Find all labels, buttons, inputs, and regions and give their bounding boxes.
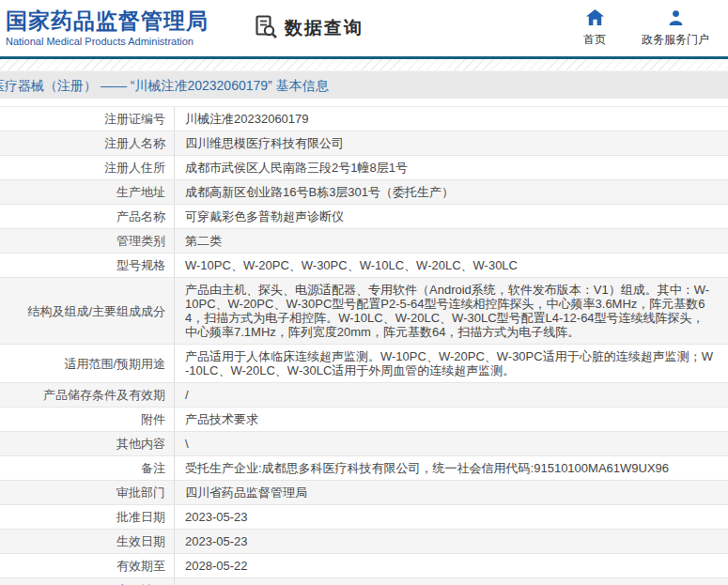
row-label-text: 审批部门 — [116, 485, 165, 500]
table-row: 注册证编号川械注准20232060179 — [0, 107, 728, 131]
row-label-text: 注册证编号 — [104, 112, 165, 126]
row-value: 川械注准20232060179 — [175, 107, 728, 131]
data-query-title: 数据查询 — [254, 14, 364, 43]
table-row: 变更情况 — [0, 578, 728, 585]
row-label: 其他内容 — [0, 432, 175, 455]
table-row: 型号规格W-10PC、W-20PC、W-30PC、W-10LC、W-20LC、W… — [0, 254, 728, 278]
site-header: 国家药品监督管理局 National Medical Products Admi… — [0, 0, 728, 56]
row-value: 2028-05-22 — [175, 554, 728, 577]
home-icon — [586, 9, 604, 29]
row-label: 管理类别 — [0, 229, 175, 253]
row-value: / — [175, 383, 728, 407]
nav-gov-portal[interactable]: 政务服务门户 — [642, 9, 709, 48]
row-label: 审批部门 — [0, 481, 175, 504]
row-label: 产品名称 — [0, 205, 175, 228]
row-value: \ — [175, 432, 728, 455]
top-nav: 首页 政务服务门户 — [583, 9, 719, 48]
row-label-text: 备注 — [141, 461, 165, 475]
row-label: 变更情况 — [0, 578, 175, 585]
logo-title: 国家药品监督管理局 — [6, 9, 209, 33]
row-value: 产品适用于人体临床连续超声监测。W-10PC、W-20PC、W-30PC适用于心… — [175, 345, 728, 382]
row-label-text: 附件 — [141, 412, 165, 426]
row-label-text: 结构及组成/主要组成成分 — [27, 304, 165, 318]
table-row: 审批部门四川省药品监督管理局 — [0, 481, 728, 505]
row-label-text: 注册人名称 — [104, 136, 165, 150]
row-label-text: 有效期至 — [116, 559, 165, 573]
row-value: 四川维思模医疗科技有限公司 — [175, 131, 728, 155]
table-row: 产品名称可穿戴彩色多普勒超声诊断仪 — [0, 205, 728, 229]
table-row: 适用范围/预期用途产品适用于人体临床连续超声监测。W-10PC、W-20PC、W… — [0, 345, 728, 383]
table-row: 产品储存条件及有效期/ — [0, 383, 728, 408]
row-label: 注册人名称 — [0, 131, 175, 155]
row-label: 生效日期 — [0, 530, 175, 553]
row-label-text: 型号规格 — [116, 258, 165, 272]
row-value: 产品技术要求 — [175, 408, 728, 431]
row-value: 成都市武侯区人民南路三段2号1幢8层1号 — [175, 156, 728, 179]
row-label-text: 生效日期 — [116, 534, 165, 548]
table-row: 批准日期2023-05-23 — [0, 505, 728, 530]
row-label-text: 适用范围/预期用途 — [64, 357, 165, 371]
row-label: 适用范围/预期用途 — [0, 345, 175, 382]
row-label: 产品储存条件及有效期 — [0, 383, 175, 407]
table-row: 附件产品技术要求 — [0, 408, 728, 432]
data-query-label: 数据查询 — [285, 16, 364, 40]
row-label-text: 其他内容 — [116, 437, 165, 451]
row-label-text: 管理类别 — [116, 234, 165, 248]
nav-gov-portal-label: 政务服务门户 — [642, 32, 709, 48]
table-row: 有效期至2028-05-22 — [0, 554, 728, 578]
hatch-strip — [0, 59, 728, 70]
nav-home[interactable]: 首页 — [583, 9, 606, 48]
table-row: 生效日期2023-05-23 — [0, 530, 728, 554]
table-row: 管理类别第二类 — [0, 229, 728, 254]
row-label-text: 生产地址 — [116, 185, 165, 199]
logo-subtitle: National Medical Products Administration — [6, 36, 209, 47]
table-row: 生产地址成都高新区创业路16号B栋3层301号（委托生产） — [0, 180, 728, 205]
row-label: 生产地址 — [0, 180, 175, 204]
table-row: 注册人住所成都市武侯区人民南路三段2号1幢8层1号 — [0, 156, 728, 180]
row-label: 结构及组成/主要组成成分 — [0, 278, 175, 344]
user-icon — [668, 9, 684, 29]
page: 国家药品监督管理局 National Medical Products Admi… — [0, 0, 728, 585]
row-label-text: 注册人住所 — [104, 161, 165, 175]
row-value: W-10PC、W-20PC、W-30PC、W-10LC、W-20LC、W-30L… — [175, 254, 728, 277]
row-value: 受托生产企业:成都思多科医疗科技有限公司，统一社会信用代码:91510100MA… — [175, 456, 728, 480]
nmpa-logo: 国家药品监督管理局 National Medical Products Admi… — [6, 9, 209, 46]
row-label-text: 批准日期 — [116, 510, 165, 524]
row-value: 可穿戴彩色多普勒超声诊断仪 — [175, 205, 728, 228]
table-row: 备注受托生产企业:成都思多科医疗科技有限公司，统一社会信用代码:91510100… — [0, 456, 728, 481]
row-label: 注册人住所 — [0, 156, 175, 179]
row-value: 成都高新区创业路16号B栋3层301号（委托生产） — [175, 180, 728, 204]
table-row: 注册人名称四川维思模医疗科技有限公司 — [0, 131, 728, 156]
row-label: 附件 — [0, 408, 175, 431]
row-value: 产品由主机、探头、电源适配器、专用软件（Android系统，软件发布版本：V1）… — [175, 278, 728, 344]
row-value: 2023-05-23 — [175, 505, 728, 529]
row-label: 注册证编号 — [0, 107, 175, 131]
content-area: 注册证编号川械注准20232060179注册人名称四川维思模医疗科技有限公司注册… — [0, 99, 728, 585]
nav-home-label: 首页 — [583, 32, 606, 48]
row-label: 有效期至 — [0, 554, 175, 577]
data-query-icon — [254, 14, 279, 43]
table-row: 其他内容\ — [0, 432, 728, 456]
row-value: 四川省药品监督管理局 — [175, 481, 728, 504]
registration-info-table: 注册证编号川械注准20232060179注册人名称四川维思模医疗科技有限公司注册… — [0, 106, 728, 585]
row-value: 2023-05-23 — [175, 530, 728, 553]
table-row: 结构及组成/主要组成成分产品由主机、探头、电源适配器、专用软件（Android系… — [0, 278, 728, 345]
row-label: 备注 — [0, 456, 175, 480]
row-label: 批准日期 — [0, 505, 175, 529]
row-value: 第二类 — [175, 229, 728, 253]
row-label-text: 产品名称 — [116, 209, 165, 223]
row-label: 型号规格 — [0, 254, 175, 277]
breadcrumb: 医疗器械（注册） —— “川械注准20232060179” 基本信息 — [0, 70, 728, 99]
row-label-text: 产品储存条件及有效期 — [43, 388, 165, 402]
